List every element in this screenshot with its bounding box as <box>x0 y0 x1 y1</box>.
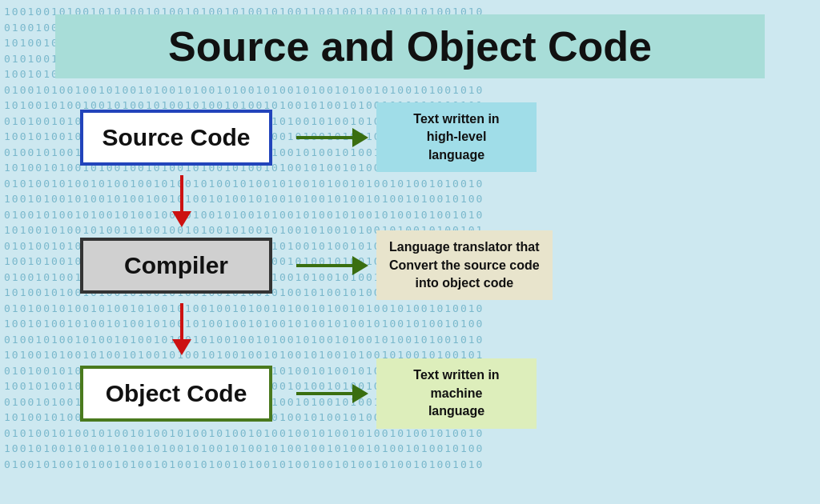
compiler-box: Compiler <box>80 238 272 294</box>
source-code-box: Source Code <box>80 110 272 166</box>
source-arrow-right <box>296 128 368 147</box>
compiler-arrow-right <box>296 256 368 275</box>
compiler-desc-text: Language translator thatConvert the sour… <box>389 240 540 290</box>
down-arrow-2-line <box>180 303 183 339</box>
page-title: Source and Object Code <box>79 22 741 70</box>
down-arrow-2 <box>172 300 191 358</box>
object-arrow-head <box>352 384 368 403</box>
object-arrow-right <box>296 384 368 403</box>
object-arrow-line <box>296 392 352 395</box>
object-description: Text written inmachinelanguage <box>376 358 537 428</box>
title-box: Source and Object Code <box>55 14 765 78</box>
object-code-box: Object Code <box>80 366 272 422</box>
source-description: Text written inhigh-levellanguage <box>376 102 537 172</box>
compiler-arrow-line <box>296 264 352 267</box>
down-arrow-1-head <box>172 211 191 227</box>
source-desc-text: Text written inhigh-levellanguage <box>413 112 499 162</box>
object-row: Object Code Text written inmachinelangua… <box>80 358 537 428</box>
down-arrow-2-head <box>172 339 191 355</box>
diagram: Source Code Text written inhigh-levellan… <box>16 102 804 429</box>
source-arrow-head <box>352 128 368 147</box>
object-desc-text: Text written inmachinelanguage <box>413 368 499 418</box>
source-arrow-line <box>296 136 352 139</box>
down-arrow-1-line <box>180 175 183 211</box>
compiler-row: Compiler Language translator thatConvert… <box>80 230 553 300</box>
compiler-arrow-head <box>352 256 368 275</box>
compiler-description: Language translator thatConvert the sour… <box>376 230 553 300</box>
down-arrow-1 <box>172 172 191 230</box>
source-row: Source Code Text written inhigh-levellan… <box>80 102 537 172</box>
